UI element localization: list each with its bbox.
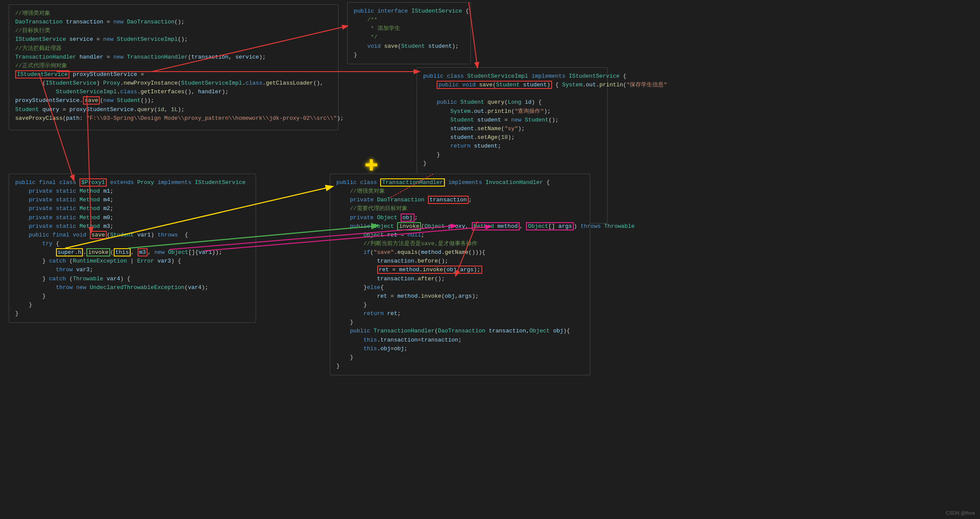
top-middle-panel: public interface IStudentService { /** *… (347, 2, 471, 64)
top-middle-code: public interface IStudentService { /** *… (354, 7, 464, 59)
top-right-code: public class StudentServiceImpl implemen… (423, 72, 601, 168)
bottom-right-code: public class TransactionHandler implemen… (336, 178, 584, 371)
bottom-left-panel: public final class $Proxy1 extends Proxy… (9, 174, 256, 323)
top-left-code: //增强类对象 DaoTransaction transaction = new… (15, 9, 332, 123)
watermark: CSDN @flora (946, 510, 975, 516)
bottom-right-panel: public class TransactionHandler implemen… (330, 174, 590, 375)
top-left-panel: //增强类对象 DaoTransaction transaction = new… (9, 4, 339, 130)
bottom-left-code: public final class $Proxy1 extends Proxy… (15, 178, 250, 318)
plus-symbol: ✚ (365, 150, 378, 177)
